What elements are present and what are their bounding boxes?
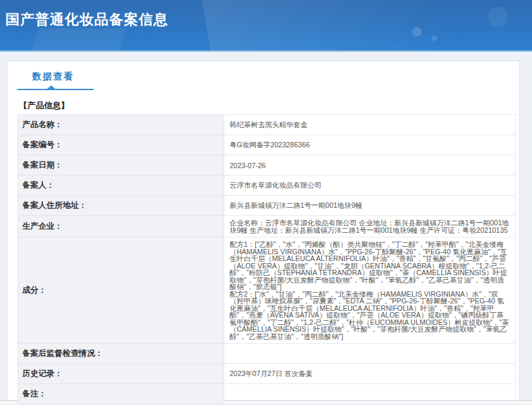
product-info-table: 产品名称： 韩纪茶树去黑头精华套盒 备案编号： 粤G妆网备字2023286366… <box>18 114 516 404</box>
row-label: 备案日期： <box>18 155 224 176</box>
row-label: 历史记录： <box>18 364 224 384</box>
row-value: 配方1：["乙醇"，"水"，"丙烯酸（酯）类共聚物铵"，"丁二醇"，"羟苯甲酯"… <box>224 237 516 344</box>
page-title: 国产普通化妆品备案信息 <box>0 0 532 29</box>
row-label: 生产企业： <box>18 216 224 237</box>
row-value: 企业名称：云浮市名草源化妆品有限公司 企业地址：新兴县新城镇万洋二路1号一期00… <box>224 216 516 237</box>
tab-underline <box>18 89 94 90</box>
content-card: 数据查看 【产品信息】 产品名称： 韩纪茶树去黑头精华套盒 备案编号： 粤G妆网… <box>7 61 520 400</box>
row-value <box>224 344 516 364</box>
row-value: 2023-07-26 <box>224 155 516 176</box>
row-label: 备案人： <box>18 176 224 196</box>
row-value: 新兴县新城镇万洋二路1号一期001地块9幢 <box>224 196 516 216</box>
row-value <box>224 384 516 404</box>
table-row-record-number: 备案编号： 粤G妆网备字2023286366 <box>18 135 516 155</box>
row-label: 备案编号： <box>18 135 224 155</box>
row-label: 备案后监督检查情况： <box>18 344 224 364</box>
row-value: 韩纪茶树去黑头精华套盒 <box>224 115 516 135</box>
row-value: 2023年07月27日 首次备案 <box>224 364 516 384</box>
table-row-supervision-check: 备案后监督检查情况： <box>18 344 516 364</box>
table-row-remarks: 备注： <box>18 384 516 404</box>
table-row-registrant-address: 备案人住所地址： 新兴县新城镇万洋二路1号一期001地块9幢 <box>18 196 516 216</box>
table-row-history: 历史记录： 2023年07月27日 首次备案 <box>18 364 516 384</box>
table-row-record-date: 备案日期： 2023-07-26 <box>18 155 516 176</box>
row-label: 备案人住所地址： <box>18 196 224 216</box>
table-row-ingredients: 成分： 配方1：["乙醇"，"水"，"丙烯酸（酯）类共聚物铵"，"丁二醇"，"羟… <box>18 237 516 344</box>
tab-data-view-label: 数据查看 <box>32 71 94 83</box>
row-label: 产品名称： <box>18 115 224 135</box>
tab-arrow-icon <box>47 85 55 89</box>
banner-decoration <box>26 28 126 52</box>
row-value: 粤G妆网备字2023286366 <box>224 135 516 155</box>
page-header: 国产普通化妆品备案信息 <box>0 0 532 52</box>
table-row-registrant: 备案人： 云浮市名草源化妆品有限公司 <box>18 176 516 196</box>
tab-bar: 数据查看 <box>18 61 509 90</box>
table-row-manufacturer: 生产企业： 企业名称：云浮市名草源化妆品有限公司 企业地址：新兴县新城镇万洋二路… <box>18 216 516 237</box>
table-row-product-name: 产品名称： 韩纪茶树去黑头精华套盒 <box>18 115 516 135</box>
row-label: 备注： <box>18 384 224 404</box>
tab-data-view[interactable]: 数据查看 <box>18 71 94 90</box>
product-info-section-title: 【产品信息】 <box>19 100 509 112</box>
row-value: 云浮市名草源化妆品有限公司 <box>224 176 516 196</box>
row-label: 成分： <box>18 237 224 344</box>
